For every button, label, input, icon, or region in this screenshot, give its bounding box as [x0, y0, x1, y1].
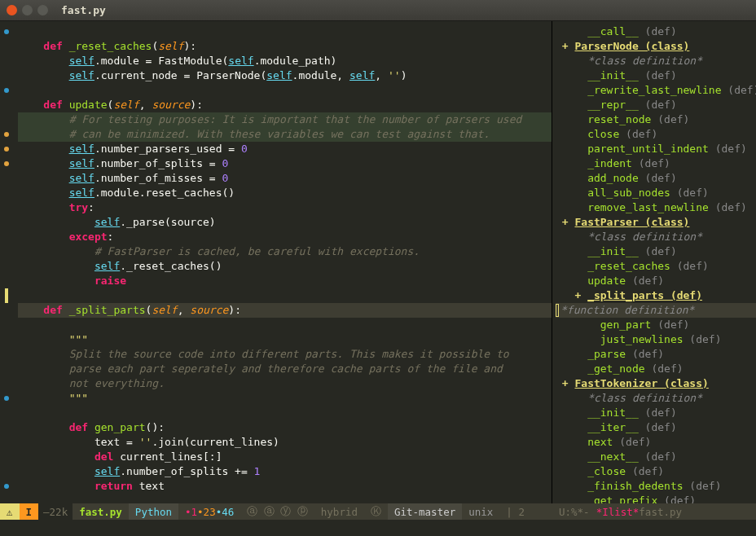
- outline-item[interactable]: add_node (def): [556, 171, 756, 186]
- minimize-icon[interactable]: [22, 5, 33, 15]
- outline-item[interactable]: __init__ (def): [556, 244, 756, 259]
- gutter: [0, 21, 13, 503]
- change-dot-icon: [4, 132, 9, 137]
- fn-name: _split_parts: [69, 304, 146, 316]
- modeline-size: — 22k: [38, 503, 73, 520]
- outline-item[interactable]: update (def): [556, 274, 756, 288]
- comment: # can be minimized. With these variables…: [69, 128, 490, 140]
- fn-name: update: [69, 99, 108, 111]
- outline-item[interactable]: _get_prefix (def): [556, 494, 756, 503]
- outline-item[interactable]: *class definition*: [556, 54, 756, 68]
- kw-raise: raise: [94, 275, 126, 287]
- outline-item[interactable]: parent_until_indent (def): [556, 142, 756, 156]
- k-icon: Ⓚ: [364, 503, 388, 520]
- fn-name: _reset_caches: [69, 40, 152, 52]
- docstring: Split the source code into different par…: [69, 348, 509, 360]
- outline-item[interactable]: _close (def): [556, 464, 756, 479]
- close-icon[interactable]: [7, 5, 17, 15]
- outline-item[interactable]: __init__ (def): [556, 406, 756, 420]
- ilist-file: fast.py: [639, 506, 682, 518]
- outline-item[interactable]: __call__ (def): [556, 24, 756, 39]
- self-ref: self: [69, 55, 94, 67]
- kw-del: del: [94, 450, 113, 463]
- outline-item-current[interactable]: *function definition*: [556, 303, 756, 318]
- outline-item[interactable]: gen_part (def): [556, 318, 756, 332]
- outline-class[interactable]: + ParserNode (class): [556, 39, 756, 54]
- position-info: | 2: [499, 503, 531, 520]
- warn-icon[interactable]: ⚠: [0, 503, 20, 520]
- code-area[interactable]: def _reset_caches(self): self.module = F…: [13, 21, 552, 503]
- change-dot-icon: [4, 147, 9, 152]
- outline-item[interactable]: close (def): [556, 127, 756, 142]
- fold-dot-icon[interactable]: [4, 396, 9, 401]
- outline-item[interactable]: all_sub_nodes (def): [556, 186, 756, 200]
- fn-name: gen_part: [94, 421, 146, 433]
- outline-item[interactable]: _rewrite_last_newline (def): [556, 83, 756, 98]
- outline-pane[interactable]: __call__ (def) + ParserNode (class) *cla…: [552, 21, 756, 503]
- kw-try: try: [69, 201, 88, 213]
- window-title: fast.py: [61, 4, 106, 16]
- modeline-row: ⚠ І — 22k fast.py Python •1 •23 •46 ⓐ ⓐ …: [0, 503, 756, 520]
- cursor-icon: [556, 304, 559, 317]
- fold-dot-icon[interactable]: [4, 484, 9, 489]
- outline-item[interactable]: just_newlines (def): [556, 332, 756, 347]
- outline-class[interactable]: + FastParser (class): [556, 215, 756, 230]
- outline-item[interactable]: remove_last_newline (def): [556, 200, 756, 215]
- current-line-icon: [5, 288, 8, 303]
- fold-dot-icon[interactable]: [4, 88, 9, 93]
- outline-item[interactable]: __iter__ (def): [556, 420, 756, 435]
- maximize-icon[interactable]: [37, 5, 48, 15]
- coding-system: unix: [462, 503, 499, 520]
- modeline-major-mode[interactable]: Python: [129, 503, 178, 520]
- outline-item[interactable]: *class definition*: [556, 391, 756, 406]
- outline-item[interactable]: reset_node (def): [556, 112, 756, 127]
- editor-workspace: def _reset_caches(self): self.module = F…: [0, 21, 756, 503]
- ilist-label: *Ilist*: [596, 506, 640, 518]
- modeline-filename[interactable]: fast.py: [73, 503, 129, 520]
- modeline-right[interactable]: U:%*- *Ilist* fast.py: [552, 503, 756, 520]
- outline-item[interactable]: next (def): [556, 435, 756, 450]
- outline-item[interactable]: + _split_parts (def): [556, 288, 756, 303]
- outline-item[interactable]: __next__ (def): [556, 450, 756, 464]
- outline-class[interactable]: + FastTokenizer (class): [556, 376, 756, 391]
- evil-state: hybrid: [314, 503, 364, 520]
- kw-return: return: [94, 480, 133, 492]
- modeline-left[interactable]: ⚠ І — 22k fast.py Python •1 •23 •46 ⓐ ⓐ …: [0, 503, 552, 520]
- kw-except: except: [69, 231, 108, 243]
- code-pane[interactable]: def _reset_caches(self): self.module = F…: [0, 21, 552, 503]
- info-icon[interactable]: І: [20, 503, 39, 520]
- window-titlebar: fast.py: [0, 0, 756, 21]
- buffer-state: U:%*-: [552, 503, 596, 520]
- minor-modes[interactable]: ⓐ ⓐ ⓨ ⓟ: [240, 503, 314, 520]
- outline-item[interactable]: _get_node (def): [556, 362, 756, 376]
- comment: # FastParser is cached, be careful with …: [94, 245, 420, 257]
- flycheck-counts[interactable]: •1 •23 •46: [178, 503, 240, 520]
- outline-item[interactable]: _reset_caches (def): [556, 259, 756, 274]
- outline-item[interactable]: _parse (def): [556, 347, 756, 362]
- outline-item[interactable]: _finish_dedents (def): [556, 479, 756, 494]
- kw-def: def: [43, 40, 62, 52]
- vcs-branch[interactable]: Git-master: [388, 503, 462, 520]
- outline-item[interactable]: *class definition*: [556, 230, 756, 244]
- fold-dot-icon[interactable]: [4, 29, 9, 34]
- comment: # For testing purposes: It is important …: [69, 113, 522, 125]
- outline-item[interactable]: __init__ (def): [556, 68, 756, 83]
- change-dot-icon: [4, 161, 9, 166]
- outline-item[interactable]: __repr__ (def): [556, 98, 756, 112]
- outline-item[interactable]: _indent (def): [556, 156, 756, 171]
- minibuffer[interactable]: [0, 520, 756, 536]
